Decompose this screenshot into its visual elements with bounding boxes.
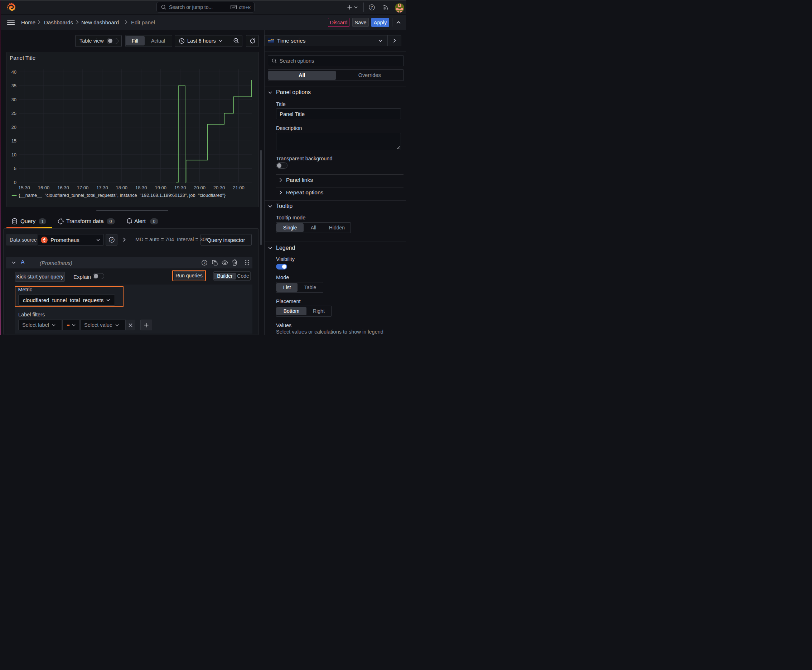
svg-text:20:30: 20:30 xyxy=(214,185,225,190)
svg-text:15:30: 15:30 xyxy=(18,185,30,190)
svg-text:10: 10 xyxy=(11,152,16,157)
svg-text:16:30: 16:30 xyxy=(57,185,69,190)
svg-text:20:00: 20:00 xyxy=(194,185,205,190)
svg-text:18:30: 18:30 xyxy=(135,185,147,190)
svg-text:30: 30 xyxy=(11,96,16,102)
svg-text:16:00: 16:00 xyxy=(38,185,50,190)
svg-text:?: ? xyxy=(371,5,373,9)
svg-text:25: 25 xyxy=(11,111,16,116)
svg-text:19:00: 19:00 xyxy=(155,185,166,190)
svg-text:{__name__="cloudflared_tunnel_: {__name__="cloudflared_tunnel_total_requ… xyxy=(19,193,225,198)
svg-text:40: 40 xyxy=(11,69,16,74)
svg-text:15: 15 xyxy=(11,138,16,144)
svg-text:20: 20 xyxy=(11,124,16,130)
svg-text:17:00: 17:00 xyxy=(76,185,88,190)
svg-text:21:00: 21:00 xyxy=(233,185,244,190)
svg-text:0: 0 xyxy=(14,179,17,185)
svg-text:?: ? xyxy=(203,261,205,264)
svg-text:17:30: 17:30 xyxy=(96,185,108,190)
svg-text:35: 35 xyxy=(11,83,16,88)
svg-text:18:00: 18:00 xyxy=(116,185,127,190)
svg-text:?: ? xyxy=(111,238,113,242)
svg-text:19:30: 19:30 xyxy=(175,185,186,190)
svg-text:5: 5 xyxy=(14,166,17,171)
